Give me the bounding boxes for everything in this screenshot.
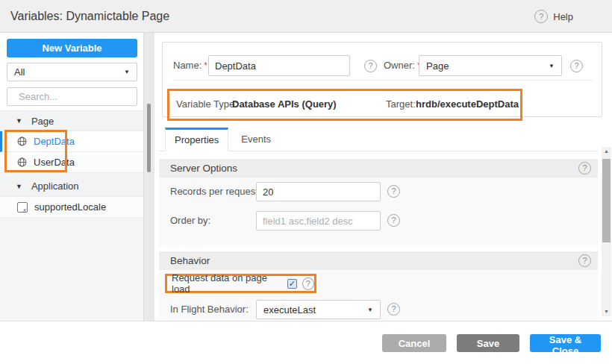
new-variable-button[interactable]: New Variable <box>7 39 137 57</box>
tab-bar: Properties Events <box>159 128 598 151</box>
save-and-close-button[interactable]: Save & Close <box>530 334 601 352</box>
target-label: Target: <box>386 91 416 118</box>
request-on-load-label: Request data on page load <box>172 272 282 295</box>
chevron-down-icon <box>367 307 373 313</box>
inflight-help-icon[interactable] <box>387 303 400 316</box>
variable-detail-panel: Name:* Owner:* Page Variable Type: Datab… <box>154 33 612 321</box>
properties-panel: Server Options Records per request: Orde… <box>159 157 598 321</box>
inflight-selected-value: executeLast <box>263 304 316 316</box>
tab-events[interactable]: Events <box>228 128 284 151</box>
sidebar-scrollbar-thumb[interactable] <box>147 104 151 172</box>
order-by-input[interactable] <box>256 211 381 230</box>
owner-help-icon[interactable] <box>570 60 583 72</box>
inflight-behavior-select[interactable]: executeLast <box>256 300 381 319</box>
sidebar-item-supportedlocale[interactable]: supportedLocale <box>0 197 143 218</box>
highlight-box-variable-type: Variable Type: Database APIs (Query) Tar… <box>167 89 522 121</box>
tab-properties[interactable]: Properties <box>165 128 228 151</box>
globe-icon <box>17 157 27 167</box>
divider <box>173 80 593 81</box>
request-on-load-help-icon[interactable] <box>302 277 314 290</box>
name-help-icon[interactable] <box>364 60 377 72</box>
chevron-down-icon <box>549 63 555 69</box>
item-label: supportedLocale <box>34 201 106 213</box>
dialog-footer: Cancel Save Save & Close <box>0 321 612 364</box>
cancel-button[interactable]: Cancel <box>382 334 446 352</box>
panel-scrollbar-thumb[interactable] <box>602 159 611 242</box>
sidebar-group-application[interactable]: Application <box>0 176 143 197</box>
request-on-load-checkbox[interactable] <box>287 279 297 289</box>
scroll-up-arrow-icon[interactable] <box>602 147 611 156</box>
locale-variable-icon <box>17 202 28 213</box>
highlight-box-request-on-load: Request data on page load <box>165 274 316 293</box>
sidebar-scrollbar-track[interactable] <box>144 33 154 321</box>
behavior-help-icon[interactable] <box>578 254 591 267</box>
item-label: UserData <box>34 157 75 168</box>
records-per-request-input[interactable] <box>256 182 381 201</box>
search-box[interactable] <box>7 87 137 106</box>
sidebar-item-userdata[interactable]: UserData <box>0 152 143 173</box>
help-label: Help <box>553 11 573 22</box>
filter-selected-value: All <box>14 66 25 78</box>
variable-summary-card: Name:* Owner:* Page Variable Type: Datab… <box>162 42 602 117</box>
group-label: Application <box>31 181 79 192</box>
panel-scrollbar-track[interactable] <box>602 147 611 316</box>
page-title: Variables: Dynamictable Page <box>10 0 169 33</box>
required-asterisk: * <box>204 60 207 71</box>
server-options-help-icon[interactable] <box>578 162 591 175</box>
chevron-down-icon <box>124 69 130 75</box>
dialog-header: Variables: Dynamictable Page Help <box>0 0 612 33</box>
expander-triangle-icon <box>16 183 22 190</box>
globe-icon <box>17 136 27 146</box>
scroll-down-arrow-icon[interactable] <box>602 307 611 316</box>
variable-type-value: Database APIs (Query) <box>232 91 337 118</box>
inflight-behavior-label: In Flight Behavior: <box>170 300 249 319</box>
section-title: Behavior <box>170 251 210 270</box>
owner-label: Owner:* <box>384 55 421 76</box>
help-button[interactable]: Help <box>534 10 573 23</box>
name-label: Name:* <box>173 55 207 76</box>
help-icon <box>534 10 548 23</box>
save-button[interactable]: Save <box>457 334 519 352</box>
section-title: Server Options <box>170 159 237 178</box>
records-help-icon[interactable] <box>387 185 400 198</box>
variable-type-label: Variable Type: <box>176 91 237 118</box>
sidebar-item-deptdata[interactable]: DeptData <box>0 131 143 152</box>
target-value: hrdb/executeDeptData <box>416 91 519 118</box>
variables-sidebar: New Variable All Page DeptData UserData <box>0 33 144 321</box>
order-by-label: Order by: <box>170 211 210 230</box>
expander-triangle-icon <box>16 117 22 125</box>
server-options-header: Server Options <box>159 159 598 178</box>
group-label: Page <box>31 116 54 127</box>
name-input[interactable] <box>208 55 350 76</box>
order-by-help-icon[interactable] <box>387 214 400 227</box>
search-input[interactable] <box>17 90 152 103</box>
behavior-header: Behavior <box>159 251 598 270</box>
owner-selected-value: Page <box>426 60 449 72</box>
owner-select[interactable]: Page <box>419 55 562 76</box>
records-per-request-label: Records per request: <box>170 182 260 201</box>
variable-filter-select[interactable]: All <box>7 63 137 81</box>
sidebar-group-page[interactable]: Page <box>0 110 143 131</box>
item-label: DeptData <box>34 136 75 147</box>
